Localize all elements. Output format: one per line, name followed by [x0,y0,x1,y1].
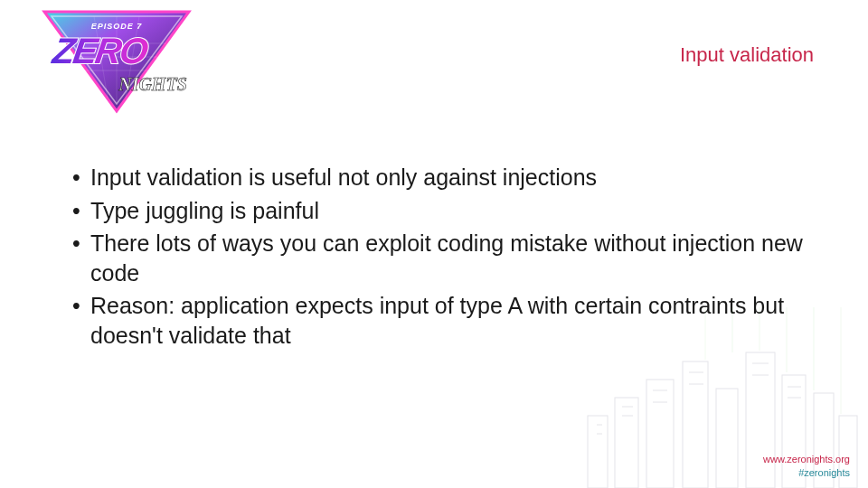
footer: www.zeronights.org #zeronights [763,453,850,479]
bullet-text: Input validation is useful not only agai… [90,163,814,192]
svg-rect-11 [683,361,708,488]
bullet-marker-icon: • [72,196,90,226]
bullet-marker-icon: • [72,291,90,321]
event-logo: EPISODE 7 ZERO NIGHTS [13,7,203,116]
bullet-item: • There lots of ways you can exploit cod… [72,229,814,287]
svg-rect-9 [615,398,638,488]
bullet-item: • Reason: application expects input of t… [72,291,814,350]
bullet-text: Type juggling is painful [90,196,814,226]
bullet-item: • Input validation is useful not only ag… [72,163,814,192]
bullet-text: There lots of ways you can exploit codin… [90,229,814,287]
bullet-marker-icon: • [72,163,90,192]
logo-sub: NIGHTS [118,74,187,94]
bullet-item: • Type juggling is painful [72,196,814,226]
svg-rect-12 [716,389,738,488]
content-area: • Input validation is useful not only ag… [72,163,814,353]
bullet-marker-icon: • [72,229,90,258]
logo-episode: EPISODE 7 [91,22,143,31]
bullet-text: Reason: application expects input of typ… [90,291,814,350]
logo-main: ZERO [49,31,150,71]
svg-rect-10 [646,380,674,488]
svg-rect-8 [588,416,608,488]
slide-title: Input validation [680,43,814,67]
footer-url: www.zeronights.org [763,453,850,465]
footer-hashtag: #zeronights [763,466,850,479]
